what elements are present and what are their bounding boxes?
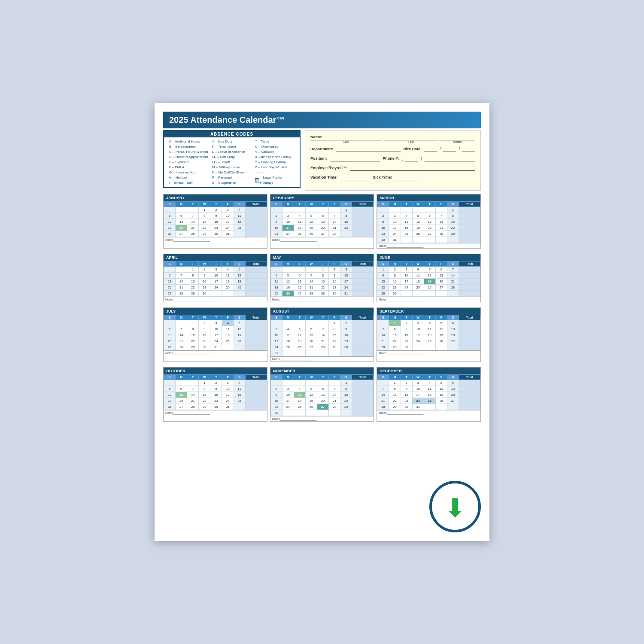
cal-week-row: 2930 [377, 291, 480, 297]
code-U: U – Unexcused [255, 144, 295, 149]
cal-week-row: 1 [270, 380, 374, 386]
cal-day-cell: 30 [401, 344, 412, 350]
cal-col-header-m-1: M [282, 375, 294, 380]
cal-week-row: 19202122232425 [164, 398, 267, 404]
position-field[interactable] [330, 155, 380, 161]
cal-week-row: 2728293031 [164, 344, 267, 350]
cal-day-cell: 29 [377, 291, 389, 297]
cal-day-cell: 12 [424, 273, 435, 279]
cal-week-row: 78910111213 [377, 326, 480, 332]
cal-day-cell: 18 [424, 332, 435, 338]
cal-day-cell: 10 [340, 273, 352, 279]
download-overlay[interactable]: ⬇ [429, 481, 481, 532]
cal-week-row: 27282930 [164, 291, 267, 297]
cal-total-cell [245, 279, 267, 285]
cal-day-cell [317, 380, 329, 386]
cal-day-cell: 13 [164, 332, 176, 338]
cal-day-cell: 22 [199, 398, 210, 404]
cal-day-cell [317, 320, 329, 326]
cal-day-cell: 31 [412, 404, 424, 410]
cal-day-cell: 1 [199, 380, 210, 386]
code-J: J – Jury Duty [212, 139, 252, 144]
cal-col-header-s-6: S [340, 375, 352, 380]
cal-day-cell: 25 [424, 338, 435, 344]
cal-day-cell: 8 [329, 326, 340, 332]
cal-day-cell: 6 [435, 267, 447, 273]
cal-day-cell [447, 404, 459, 410]
cal-day-cell: 22 [187, 285, 199, 291]
cal-day-cell [447, 237, 459, 243]
cal-day-cell: 6 [164, 273, 176, 279]
cal-total-cell [245, 338, 267, 344]
cal-total-cell [352, 404, 374, 410]
cal-day-cell: 5 [305, 386, 317, 392]
cal-day-cell: 26 [435, 338, 447, 344]
cal-day-cell [294, 350, 305, 356]
emp-field[interactable] [350, 165, 475, 171]
cal-day-cell: 7 [435, 213, 447, 219]
cal-day-cell: 8 [340, 213, 352, 219]
cal-col-header-total-7: Total [352, 375, 374, 380]
cal-notes-november: Notes______________________ [270, 416, 374, 421]
cal-day-cell [294, 410, 305, 416]
hire-year[interactable] [462, 146, 475, 152]
calendar-may: MAYSMTWTFSTotal1234567891011121314151617… [270, 254, 374, 302]
cal-col-header-w-3: W [305, 315, 317, 320]
cal-day-cell: 10 [222, 213, 234, 219]
cal-day-cell: 6 [424, 213, 435, 219]
cal-day-cell: 30 [401, 404, 412, 410]
cal-day-cell: 8 [199, 386, 210, 392]
cal-day-cell [282, 350, 294, 356]
code-LE: LE – Left Early [212, 155, 252, 160]
phone-number[interactable] [425, 155, 475, 161]
cal-col-header-t-2: T [187, 261, 199, 267]
cal-day-cell: 24 [282, 404, 294, 410]
cal-day-cell [222, 291, 234, 297]
dept-field[interactable] [336, 146, 401, 152]
download-circle[interactable]: ⬇ [429, 481, 481, 532]
cal-week-row: 17181920212223 [270, 338, 374, 344]
cal-day-cell: 9 [329, 273, 340, 279]
cal-day-cell: 1 [329, 320, 340, 326]
cal-day-cell: 3 [270, 326, 282, 332]
cal-total-cell [245, 225, 267, 231]
cal-header-september: SEPTEMBER [377, 308, 480, 315]
cal-day-cell: 23 [329, 285, 340, 291]
cal-header-april: APRIL [164, 254, 267, 261]
hire-day[interactable] [443, 146, 456, 152]
calendar-december: DECEMBERSMTWTFSTotal12345678910111213141… [377, 367, 481, 422]
cal-day-cell: 22 [340, 225, 352, 231]
top-section: ABSENCE CODES A – Additional Hours B – B… [163, 130, 481, 191]
hire-month[interactable] [424, 146, 437, 152]
cal-day-cell [340, 350, 352, 356]
cal-day-cell: 31 [222, 231, 234, 237]
cal-total-cell [352, 291, 374, 297]
cal-day-cell: 15 [187, 332, 199, 338]
cal-col-header-m-1: M [282, 315, 294, 320]
code-I: I – Illness - Self [169, 180, 209, 185]
cal-total-cell [459, 219, 480, 225]
cal-col-header-s-0: S [270, 202, 282, 207]
name-section: Name: Last First Middle [310, 135, 475, 143]
cal-day-cell [424, 291, 435, 297]
cal-col-header-s-6: S [234, 375, 245, 380]
cal-day-cell: 4 [234, 380, 245, 386]
cal-day-cell: 24 [282, 231, 294, 237]
cal-col-header-t-2: T [187, 315, 199, 320]
sick-field[interactable] [395, 174, 420, 180]
calendars-grid: JANUARYSMTWTFSTotal123456789101112131415… [163, 194, 481, 424]
cal-day-cell: 6 [447, 380, 459, 386]
cal-col-header-s-0: S [164, 261, 176, 267]
cal-col-header-m-1: M [389, 375, 401, 380]
cal-day-cell: 7 [305, 273, 317, 279]
cal-col-header-t-4: T [317, 315, 329, 320]
cal-day-cell: 17 [210, 332, 222, 338]
hire-label: Hire Date: [403, 147, 422, 151]
cal-day-cell: 14 [447, 273, 459, 279]
phone-area[interactable] [405, 155, 418, 161]
cal-week-row: 6789101112 [164, 326, 267, 332]
cal-day-cell: 18 [282, 338, 294, 344]
cal-day-cell [176, 320, 187, 326]
vacation-field[interactable] [340, 174, 366, 180]
cal-col-header-w-3: W [305, 202, 317, 207]
